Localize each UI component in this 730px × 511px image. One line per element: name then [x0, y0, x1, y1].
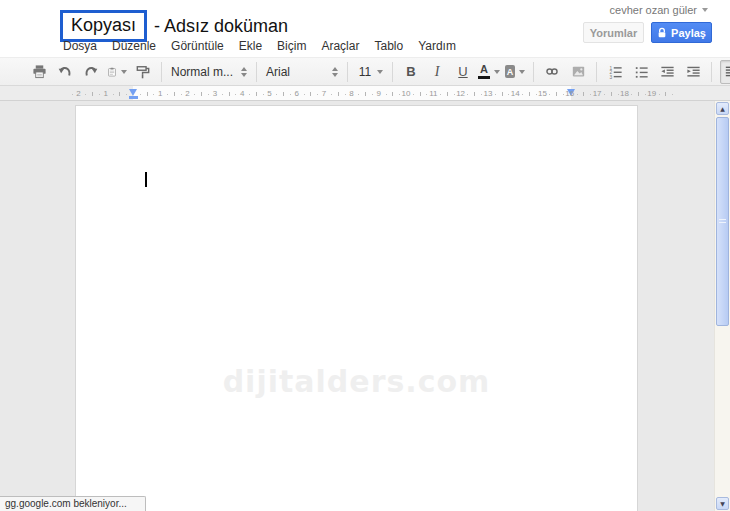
ruler-tick: [590, 94, 591, 95]
menu-goruntule[interactable]: Görüntüle: [171, 39, 224, 53]
ruler-tick: [447, 92, 448, 96]
ruler-tick: [338, 92, 339, 96]
document-canvas[interactable]: dijitalders.com: [75, 105, 638, 511]
paragraph-styles-dropdown[interactable]: Normal m...: [171, 65, 247, 79]
vertical-scrollbar[interactable]: ▲ ▼: [714, 101, 730, 511]
ruler-tick: [413, 94, 414, 95]
web-clipboard-button[interactable]: [107, 61, 127, 83]
ruler-number: 3: [213, 89, 217, 98]
ruler-tick: [399, 94, 400, 95]
user-name: cevher ozan güler: [610, 4, 697, 16]
first-line-indent-marker[interactable]: [129, 96, 138, 99]
redo-button[interactable]: [81, 61, 101, 83]
insert-image-button[interactable]: [568, 61, 588, 83]
menu-tablo[interactable]: Tablo: [374, 39, 403, 53]
text-color-button[interactable]: A: [479, 61, 499, 83]
numbered-list-button[interactable]: 1 2 3: [605, 61, 625, 83]
bold-button[interactable]: B: [401, 61, 421, 83]
left-indent-marker[interactable]: [129, 89, 137, 96]
thumb-grip-icon: [719, 219, 726, 220]
font-family-dropdown[interactable]: Arial: [266, 65, 338, 79]
ruler-tick: [495, 94, 496, 95]
toolbar-separator: [533, 62, 534, 82]
user-account-menu[interactable]: cevher ozan güler: [610, 4, 708, 16]
share-button[interactable]: Paylaş: [651, 22, 712, 43]
annotation-highlight-box: Kopyası: [60, 10, 147, 42]
ruler-tick: [392, 92, 393, 96]
ruler-tick: [638, 92, 639, 96]
underline-button[interactable]: U: [453, 61, 473, 83]
font-size-dropdown[interactable]: 11: [357, 65, 383, 79]
ruler-tick: [563, 94, 564, 95]
menu-yardim[interactable]: Yardım: [418, 39, 456, 53]
ruler-tick: [126, 94, 127, 95]
menu-araclar[interactable]: Araçlar: [321, 39, 359, 53]
ruler-number: 19: [647, 89, 656, 98]
ruler-tick: [249, 94, 250, 95]
google-docs-window: cevher ozan güler Kopyası - Adsız doküma…: [0, 0, 730, 511]
comments-button[interactable]: Yorumlar: [583, 22, 644, 43]
decrease-indent-button[interactable]: [657, 61, 677, 83]
print-icon: [32, 64, 47, 79]
ruler-tick: [181, 94, 182, 95]
align-left-button[interactable]: [720, 60, 730, 84]
ruler-tick: [201, 92, 202, 96]
undo-button[interactable]: [55, 61, 75, 83]
bullet-list-button[interactable]: [631, 61, 651, 83]
ruler-tick: [474, 92, 475, 96]
lock-icon: [657, 27, 667, 39]
ruler-number: 2: [185, 89, 189, 98]
ruler-tick: [618, 94, 619, 95]
image-icon: [571, 65, 586, 78]
ruler-tick: [304, 94, 305, 95]
chevron-down-icon: [702, 8, 708, 12]
ruler-tick: [426, 94, 427, 95]
ruler-tick: [167, 94, 168, 95]
thumb-grip-icon: [719, 222, 726, 223]
ruler-tick: [119, 92, 120, 96]
chevron-down-icon: [519, 70, 525, 74]
paint-format-button[interactable]: [133, 61, 153, 83]
menu-duzenle[interactable]: Düzenle: [112, 39, 156, 53]
italic-button[interactable]: I: [427, 61, 447, 83]
ruler-tick: [467, 94, 468, 95]
menu-dosya[interactable]: Dosya: [63, 39, 97, 53]
text-color-icon: A: [478, 64, 490, 79]
ruler-tick: [331, 94, 332, 95]
scroll-down-button[interactable]: ▼: [716, 497, 729, 510]
scrollbar-thumb[interactable]: [716, 117, 729, 326]
ruler-tick: [290, 94, 291, 95]
link-icon: [544, 65, 560, 78]
ruler-tick: [556, 92, 557, 96]
print-button[interactable]: [29, 61, 49, 83]
ruler-tick: [672, 94, 673, 95]
ruler-tick: [153, 94, 154, 95]
redo-icon: [84, 65, 98, 79]
ruler-number: 1: [158, 89, 162, 98]
menu-ekle[interactable]: Ekle: [239, 39, 262, 53]
formatting-toolbar: Normal m... Arial 11 B I U A A: [0, 57, 730, 86]
ruler-number: 15: [538, 89, 547, 98]
undo-icon: [58, 65, 72, 79]
menu-bicim[interactable]: Biçim: [277, 39, 306, 53]
chevron-down-icon: [377, 70, 383, 74]
ruler-tick: [310, 92, 311, 96]
align-left-icon: [724, 65, 730, 78]
ruler-tick: [536, 94, 537, 95]
paint-roller-icon: [136, 65, 150, 79]
doc-title-highlight[interactable]: Kopyası: [71, 15, 136, 35]
increase-indent-button[interactable]: [683, 61, 703, 83]
numbered-list-icon: 1 2 3: [608, 65, 623, 79]
ruler-tick: [611, 92, 612, 96]
ruler-number: 8: [349, 89, 353, 98]
ruler-tick: [140, 94, 141, 95]
insert-link-button[interactable]: [542, 61, 562, 83]
ruler-tick: [174, 92, 175, 96]
ruler-tick: [92, 92, 93, 96]
highlight-color-button[interactable]: A: [505, 61, 525, 83]
ruler-tick: [604, 94, 605, 95]
scroll-up-button[interactable]: ▲: [716, 102, 729, 115]
doc-title-rest[interactable]: - Adsız doküman: [154, 16, 288, 37]
ruler-tick: [317, 94, 318, 95]
ruler-tick: [372, 94, 373, 95]
